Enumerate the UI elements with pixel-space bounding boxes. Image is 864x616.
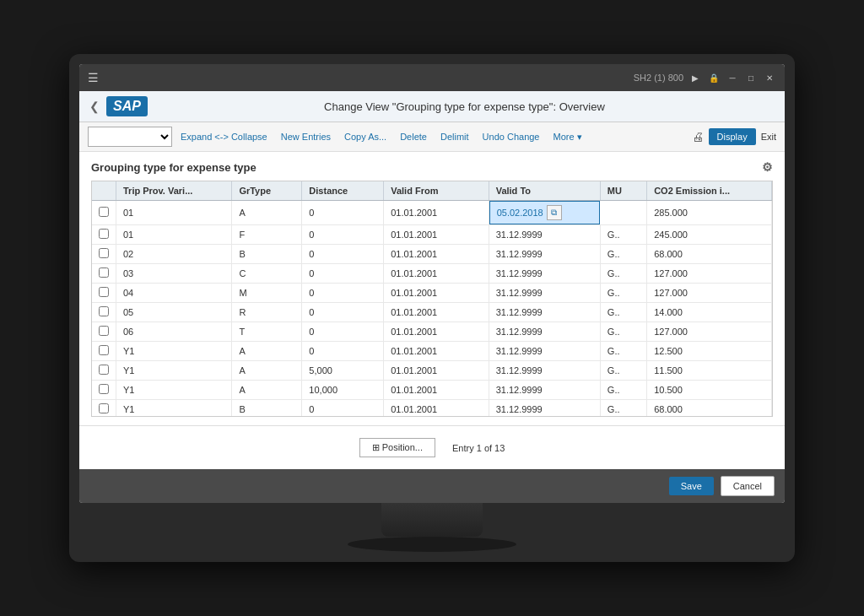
row-checkbox[interactable] (99, 403, 109, 413)
cell-trip: 01 (116, 201, 232, 225)
header-bar: ❮ SAP Change View "Grouping type for exp… (79, 91, 785, 122)
toolbar-select[interactable] (88, 127, 172, 147)
row-checkbox[interactable] (99, 207, 109, 217)
cell-trip: 03 (116, 264, 232, 284)
cell-valid-to: 31.12.9999 (489, 264, 600, 284)
cell-valid-from: 01.01.2001 (384, 342, 489, 361)
row-checkbox-cell[interactable] (92, 225, 116, 245)
valid-to-value: 05.02.2018 (497, 208, 543, 218)
cell-distance: 5,000 (302, 361, 384, 381)
cell-mu: G.. (600, 303, 646, 322)
table-row[interactable]: Y1A5,00001.01.200131.12.9999G..11.500 (92, 361, 772, 381)
back-button[interactable]: ❮ (89, 100, 100, 113)
cell-trip: Y1 (116, 400, 232, 418)
cell-distance: 0 (302, 303, 384, 322)
cell-co2: 10.500 (647, 381, 772, 400)
cell-valid-to: 31.12.9999 (489, 342, 600, 361)
row-checkbox[interactable] (99, 326, 109, 336)
copy-icon[interactable]: ⧉ (547, 205, 562, 220)
row-checkbox[interactable] (99, 229, 109, 239)
cell-valid-from: 01.01.2001 (384, 303, 489, 322)
section-header: Grouping type for expense type ⚙ (91, 160, 773, 174)
cell-mu: G.. (600, 225, 646, 245)
hamburger-icon[interactable]: ☰ (88, 71, 99, 84)
cell-distance: 10,000 (302, 381, 384, 400)
cell-grtype: T (232, 322, 302, 342)
more-button[interactable]: More ▾ (548, 129, 586, 145)
table-row[interactable]: 04M001.01.200131.12.9999G..127.000 (92, 284, 772, 303)
table-row[interactable]: 01A001.01.200105.02.2018⧉285.000 (92, 201, 772, 225)
cell-co2: 127.000 (647, 264, 772, 284)
row-checkbox-cell[interactable] (92, 264, 116, 284)
table-row[interactable]: 01F001.01.200131.12.9999G..245.000 (92, 225, 772, 245)
row-checkbox[interactable] (99, 248, 109, 258)
row-checkbox[interactable] (99, 345, 109, 355)
cell-valid-to[interactable]: 05.02.2018⧉ (489, 201, 601, 224)
delimit-button[interactable]: Delimit (435, 129, 474, 144)
close-btn[interactable]: ✕ (763, 71, 776, 84)
undo-change-button[interactable]: Undo Change (478, 129, 545, 144)
table-row[interactable]: 05R001.01.200131.12.9999G..14.000 (92, 303, 772, 322)
cancel-button[interactable]: Cancel (721, 476, 775, 496)
col-valid-to: Valid To (489, 181, 600, 201)
row-checkbox-cell[interactable] (92, 303, 116, 322)
cell-distance: 0 (302, 322, 384, 342)
data-table-container[interactable]: Trip Prov. Vari... GrType Distance Valid… (91, 181, 773, 417)
toolbar: Expand <-> Collapse New Entries Copy As.… (79, 122, 785, 152)
row-checkbox[interactable] (99, 384, 109, 394)
cell-grtype: A (232, 201, 302, 225)
col-distance: Distance (302, 181, 384, 201)
cell-grtype: M (232, 284, 302, 303)
table-row[interactable]: Y1A001.01.200131.12.9999G..12.500 (92, 342, 772, 361)
row-checkbox-cell[interactable] (92, 342, 116, 361)
row-checkbox[interactable] (99, 287, 109, 297)
row-checkbox-cell[interactable] (92, 361, 116, 381)
lock-icon[interactable]: 🔒 (707, 71, 721, 84)
row-checkbox-cell[interactable] (92, 245, 116, 264)
cell-valid-to: 31.12.9999 (489, 322, 600, 342)
print-icon[interactable]: 🖨 (692, 130, 704, 143)
row-checkbox-cell[interactable] (92, 201, 116, 225)
table-row[interactable]: 06T001.01.200131.12.9999G..127.000 (92, 322, 772, 342)
copy-as-button[interactable]: Copy As... (339, 129, 392, 144)
new-entries-button[interactable]: New Entries (276, 129, 336, 144)
settings-icon[interactable]: ⚙ (762, 160, 773, 174)
cell-distance: 0 (302, 201, 384, 225)
col-valid-from: Valid From (384, 181, 489, 201)
table-row[interactable]: 02B001.01.200131.12.9999G..68.000 (92, 245, 772, 264)
cell-mu (600, 201, 646, 225)
delete-button[interactable]: Delete (395, 129, 432, 144)
cell-co2: 285.000 (647, 201, 772, 225)
table-row[interactable]: Y1A10,00001.01.200131.12.9999G..10.500 (92, 381, 772, 400)
cell-co2: 127.000 (647, 322, 772, 342)
cell-mu: G.. (600, 361, 646, 381)
row-checkbox-cell[interactable] (92, 322, 116, 342)
row-checkbox[interactable] (99, 267, 109, 278)
maximize-btn[interactable]: □ (744, 71, 758, 84)
cell-valid-to: 31.12.9999 (489, 245, 600, 264)
cell-valid-from: 01.01.2001 (384, 284, 489, 303)
header-title: Change View "Grouping type for expense t… (154, 100, 775, 113)
cell-trip: 05 (116, 303, 232, 322)
table-row[interactable]: Y1B001.01.200131.12.9999G..68.000 (92, 400, 772, 418)
row-checkbox-cell[interactable] (92, 284, 116, 303)
save-button[interactable]: Save (669, 477, 714, 495)
expand-icon[interactable]: ▶ (688, 71, 702, 84)
minimize-btn[interactable]: ─ (726, 71, 739, 84)
expand-collapse-button[interactable]: Expand <-> Collapse (176, 129, 273, 144)
display-button[interactable]: Display (709, 128, 756, 145)
exit-button[interactable]: Exit (761, 132, 776, 142)
cell-valid-from: 01.01.2001 (384, 361, 489, 381)
col-trip-prov: Trip Prov. Vari... (116, 181, 232, 201)
content-area: Grouping type for expense type ⚙ Trip Pr… (79, 152, 785, 425)
table-header-row: Trip Prov. Vari... GrType Distance Valid… (92, 181, 772, 201)
row-checkbox[interactable] (99, 306, 109, 316)
row-checkbox-cell[interactable] (92, 381, 116, 400)
row-checkbox[interactable] (99, 365, 109, 375)
row-checkbox-cell[interactable] (92, 400, 116, 418)
position-button[interactable]: ⊞ Position... (359, 438, 435, 457)
cell-valid-from: 01.01.2001 (384, 245, 489, 264)
cell-mu: G.. (600, 284, 646, 303)
cell-grtype: F (232, 225, 302, 245)
table-row[interactable]: 03C001.01.200131.12.9999G..127.000 (92, 264, 772, 284)
